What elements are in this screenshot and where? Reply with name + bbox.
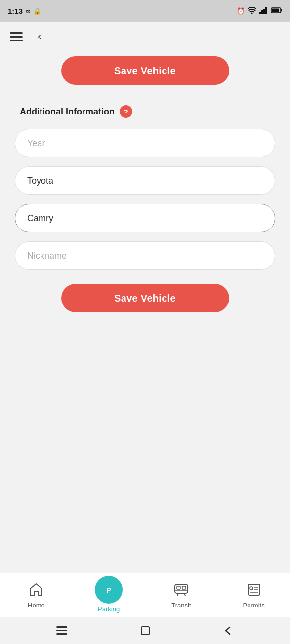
status-time: 1:13 ∞ 🔒 — [8, 7, 41, 15]
make-input[interactable] — [15, 166, 275, 195]
home-icon — [26, 580, 46, 600]
status-icons: ⏰ — [237, 7, 282, 15]
save-vehicle-button-top[interactable]: Save Vehicle — [61, 56, 229, 85]
svg-text:P: P — [106, 586, 111, 594]
svg-rect-2 — [263, 9, 265, 14]
section-title: Additional Information — [20, 107, 115, 117]
svg-rect-22 — [56, 633, 67, 635]
svg-rect-10 — [177, 586, 180, 589]
parking-label: Parking — [98, 606, 120, 613]
parking-icon: P — [95, 576, 123, 604]
nav-item-permits[interactable]: Permits — [234, 580, 274, 609]
alarm-icon: ⏰ — [237, 7, 245, 15]
status-bar: 1:13 ∞ 🔒 ⏰ — [0, 0, 290, 22]
svg-rect-6 — [272, 8, 279, 12]
permits-label: Permits — [243, 602, 265, 609]
transit-icon — [171, 580, 191, 600]
svg-rect-20 — [56, 626, 67, 628]
svg-rect-3 — [265, 7, 267, 14]
svg-rect-1 — [261, 10, 263, 14]
top-nav: ‹ — [0, 22, 290, 51]
transit-label: Transit — [171, 602, 191, 609]
home-label: Home — [28, 602, 45, 609]
bottom-nav: Home P Parking Transit — [0, 573, 290, 617]
svg-rect-5 — [281, 9, 282, 11]
main-content: Save Vehicle Additional Information ? Sa… — [0, 51, 290, 573]
hamburger-menu[interactable] — [10, 32, 23, 41]
android-home-button[interactable] — [135, 621, 155, 641]
battery-icon — [271, 7, 282, 15]
wifi-icon — [248, 7, 256, 15]
additional-info-header: Additional Information ? — [15, 105, 132, 118]
year-input[interactable] — [15, 129, 275, 157]
section-divider — [15, 94, 275, 94]
time-display: 1:13 — [8, 7, 23, 15]
voicemail-icon: ∞ — [26, 7, 30, 15]
android-back-button[interactable] — [219, 621, 239, 641]
android-menu-button[interactable] — [52, 621, 72, 641]
back-button[interactable]: ‹ — [38, 30, 41, 43]
model-input[interactable] — [15, 204, 275, 232]
save-vehicle-button-bottom[interactable]: Save Vehicle — [61, 284, 229, 312]
nav-item-parking[interactable]: P Parking — [89, 576, 128, 613]
permits-icon — [244, 580, 264, 600]
nickname-input[interactable] — [15, 241, 275, 270]
nav-item-home[interactable]: Home — [16, 580, 56, 609]
svg-rect-0 — [259, 12, 261, 14]
svg-rect-11 — [182, 586, 186, 589]
svg-rect-23 — [141, 627, 149, 635]
svg-point-16 — [250, 587, 253, 590]
help-badge[interactable]: ? — [120, 105, 132, 118]
signal-icon — [259, 7, 268, 15]
lock-icon: 🔒 — [33, 7, 41, 15]
nav-item-transit[interactable]: Transit — [162, 580, 201, 609]
android-nav — [0, 617, 290, 644]
svg-rect-21 — [56, 630, 67, 631]
